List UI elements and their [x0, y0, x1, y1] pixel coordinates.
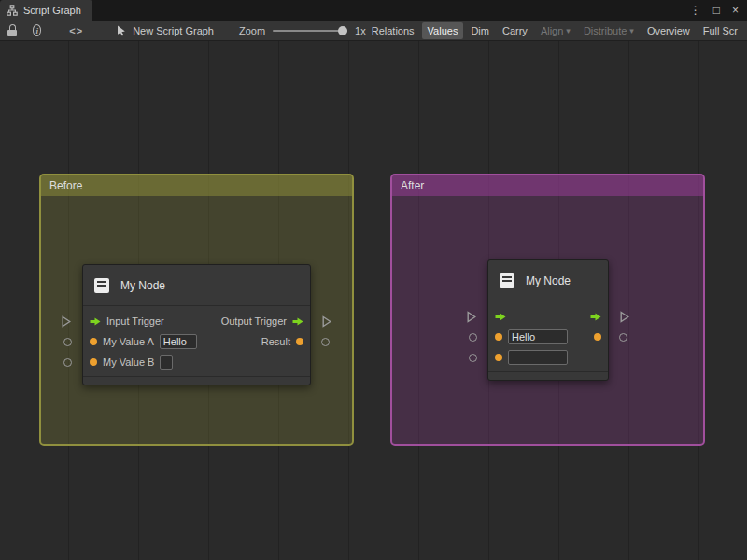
graph-canvas[interactable]: Before After: [0, 41, 747, 560]
output-trigger-label: Output Trigger: [221, 315, 287, 327]
chevron-down-icon: ▾: [629, 26, 634, 35]
chevron-down-icon: ▾: [566, 26, 571, 35]
outer-value-a-port[interactable]: [469, 333, 477, 342]
kebab-menu-icon[interactable]: ⋮: [690, 5, 701, 16]
result-label: Result: [261, 336, 290, 347]
result-port-icon[interactable]: [594, 333, 601, 341]
carry-button[interactable]: Carry: [497, 22, 533, 39]
outer-input-trigger-port[interactable]: [62, 315, 71, 328]
outer-output-trigger-port[interactable]: [620, 311, 629, 323]
dim-button[interactable]: Dim: [465, 22, 495, 39]
group-after-title: After: [401, 179, 424, 192]
zoom-value: 1x: [355, 25, 366, 36]
node-body: [488, 301, 608, 368]
value-b-input[interactable]: [508, 350, 568, 365]
node-row-triggers: Input Trigger Output Trigger: [83, 311, 310, 331]
node-row-value-b: [488, 347, 608, 368]
outer-output-trigger-port[interactable]: [322, 315, 331, 328]
group-after-header[interactable]: After: [392, 175, 703, 196]
node-footer: [488, 371, 608, 380]
output-trigger-port-icon[interactable]: [590, 312, 601, 322]
fullscreen-button[interactable]: Full Scr: [698, 22, 743, 39]
value-a-label: My Value A: [103, 336, 154, 347]
outer-result-port[interactable]: [619, 333, 627, 342]
overview-button[interactable]: Overview: [641, 22, 696, 39]
outer-value-a-port[interactable]: [63, 338, 72, 346]
value-b-label: My Value B: [103, 357, 154, 368]
maximize-icon[interactable]: □: [713, 5, 720, 16]
input-trigger-port-icon[interactable]: [495, 312, 506, 322]
node-my-node-after[interactable]: My Node: [487, 259, 609, 381]
input-trigger-port-icon[interactable]: [90, 316, 101, 327]
code-preview-icon[interactable]: <>: [69, 25, 83, 36]
graph-pointer-icon: [117, 25, 126, 36]
zoom-label: Zoom: [239, 25, 265, 36]
values-button[interactable]: Values: [422, 22, 464, 39]
node-title: My Node: [526, 274, 571, 287]
graph-breadcrumb[interactable]: New Script Graph: [117, 25, 214, 36]
tab-bar: Script Graph ⋮ □ ×: [0, 0, 747, 21]
tab-script-graph[interactable]: Script Graph: [0, 0, 92, 21]
node-icon: [497, 271, 517, 291]
graph-toolbar: i <> New Script Graph Zoom 1x Relations …: [0, 21, 747, 41]
lock-icon[interactable]: [7, 24, 17, 36]
zoom-slider-knob[interactable]: [338, 26, 347, 35]
zoom-control: Zoom 1x: [239, 25, 366, 36]
toolbar-buttons: Relations Values Dim Carry Align ▾ Distr…: [366, 22, 743, 39]
node-row-triggers: [488, 306, 608, 327]
graph-name: New Script Graph: [133, 25, 214, 36]
node-title: My Node: [120, 279, 165, 292]
script-graph-window: Script Graph ⋮ □ × i <> New Script Graph…: [0, 0, 747, 560]
result-port-icon[interactable]: [296, 338, 303, 345]
group-before-title: Before: [49, 179, 82, 192]
value-b-port-icon[interactable]: [90, 358, 97, 366]
node-header[interactable]: My Node: [83, 265, 310, 306]
distribute-button[interactable]: Distribute ▾: [578, 22, 640, 39]
close-icon[interactable]: ×: [732, 5, 739, 16]
value-a-port-icon[interactable]: [495, 333, 502, 341]
zoom-slider[interactable]: [273, 25, 347, 36]
tab-title: Script Graph: [23, 5, 81, 16]
zoom-slider-track[interactable]: [273, 30, 347, 32]
node-row-value-b: My Value B: [83, 352, 310, 372]
window-controls: ⋮ □ ×: [690, 0, 747, 21]
node-header[interactable]: My Node: [488, 260, 608, 301]
value-a-port-icon[interactable]: [90, 338, 97, 345]
script-graph-icon: [7, 5, 18, 16]
relations-button[interactable]: Relations: [366, 22, 420, 39]
output-trigger-port-icon[interactable]: [292, 316, 303, 327]
value-b-port-icon[interactable]: [495, 354, 502, 361]
node-footer: [83, 376, 310, 385]
info-icon[interactable]: i: [33, 24, 41, 36]
value-a-input[interactable]: [160, 334, 197, 349]
value-b-input[interactable]: [160, 355, 173, 370]
outer-result-port[interactable]: [321, 338, 330, 346]
outer-input-trigger-port[interactable]: [467, 311, 476, 323]
value-a-input[interactable]: [508, 329, 568, 344]
node-icon: [92, 275, 112, 296]
outer-value-b-port[interactable]: [63, 358, 72, 367]
node-body: Input Trigger Output Trigger My Value A …: [83, 306, 310, 372]
node-row-value-a: My Value A Result: [83, 331, 310, 352]
align-button[interactable]: Align ▾: [535, 22, 576, 39]
node-row-value-a: [488, 327, 608, 347]
input-trigger-label: Input Trigger: [106, 315, 164, 327]
outer-value-b-port[interactable]: [469, 354, 477, 362]
group-before-header[interactable]: Before: [41, 175, 352, 196]
node-my-node-before[interactable]: My Node Input Trigger Output Trigger: [82, 264, 311, 385]
